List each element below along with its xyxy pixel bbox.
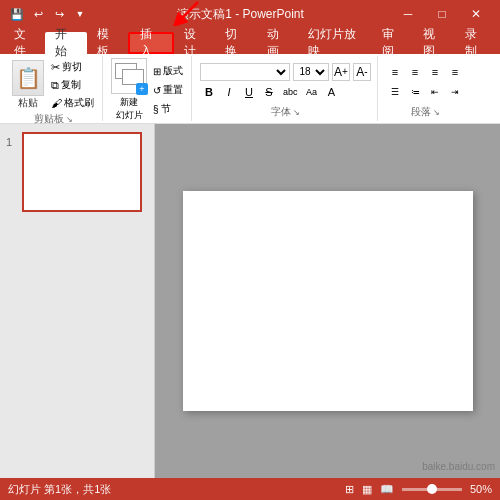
- customize-icon[interactable]: ▼: [71, 5, 89, 23]
- reset-label: 重置: [163, 83, 183, 97]
- clipboard-expand-icon[interactable]: ↘: [66, 115, 73, 124]
- title-bar: 💾 ↩ ↪ ▼ 演示文稿1 - PowerPoint ─ □ ✕: [0, 0, 500, 28]
- section-label: 节: [161, 102, 171, 116]
- paragraph-expand-icon[interactable]: ↘: [433, 108, 440, 117]
- justify-button[interactable]: ≡: [446, 63, 464, 81]
- slide-canvas[interactable]: [183, 191, 473, 411]
- view-normal-icon[interactable]: ⊞: [345, 483, 354, 496]
- reset-icon: ↺: [153, 85, 161, 96]
- font-color-button[interactable]: A: [323, 83, 341, 101]
- clipboard-content: 📋 粘贴 ✂ 剪切 ⧉ 复制 🖌 格式刷: [10, 58, 96, 112]
- tab-file[interactable]: 文件: [4, 32, 45, 54]
- slide-sub-buttons: ⊞ 版式 ↺ 重置 § 节: [151, 63, 185, 117]
- window-controls: ─ □ ✕: [392, 4, 492, 24]
- view-reading-icon[interactable]: 📖: [380, 483, 394, 496]
- paragraph-row-1: ≡ ≡ ≡ ≡: [386, 63, 464, 81]
- restore-button[interactable]: □: [426, 4, 458, 24]
- align-right-button[interactable]: ≡: [426, 63, 444, 81]
- paste-label: 粘贴: [18, 96, 38, 110]
- font-size-select[interactable]: 18: [293, 63, 329, 81]
- font-label-text: 字体: [271, 105, 291, 119]
- redo-icon[interactable]: ↪: [50, 5, 68, 23]
- font-content: 18 A+ A- B I U S abc Aa A: [200, 58, 371, 105]
- tab-record[interactable]: 录制: [455, 32, 496, 54]
- undo-icon[interactable]: ↩: [29, 5, 47, 23]
- italic-button[interactable]: I: [220, 83, 238, 101]
- tab-view[interactable]: 视图: [413, 32, 454, 54]
- new-slide-label: 新建幻灯片: [116, 96, 143, 122]
- font-name-row: 18 A+ A-: [200, 63, 371, 81]
- zoom-thumb: [427, 484, 437, 494]
- slide-count-status: 幻灯片 第1张，共1张: [8, 482, 111, 497]
- tab-template[interactable]: 模板: [87, 32, 128, 54]
- text-shadow-button[interactable]: abc: [280, 83, 301, 101]
- ribbon-group-clipboard: 📋 粘贴 ✂ 剪切 ⧉ 复制 🖌 格式刷: [4, 56, 103, 121]
- copy-icon: ⧉: [51, 79, 59, 92]
- paragraph-label-text: 段落: [411, 105, 431, 119]
- save-icon[interactable]: 💾: [8, 5, 26, 23]
- indent-decrease-button[interactable]: ⇤: [426, 83, 444, 101]
- format-painter-icon: 🖌: [51, 97, 62, 109]
- tab-slideshow[interactable]: 幻灯片放映: [298, 32, 372, 54]
- format-painter-label: 格式刷: [64, 96, 94, 110]
- tab-design[interactable]: 设计: [174, 32, 215, 54]
- font-name-select[interactable]: [200, 63, 290, 81]
- cut-label: 剪切: [62, 60, 82, 74]
- section-button[interactable]: § 节: [151, 101, 185, 117]
- minimize-button[interactable]: ─: [392, 4, 424, 24]
- status-right: ⊞ ▦ 📖 50%: [345, 483, 492, 496]
- tab-review[interactable]: 审阅: [372, 32, 413, 54]
- layout-label: 版式: [163, 64, 183, 78]
- slide-number: 1: [6, 136, 18, 148]
- cut-icon: ✂: [51, 61, 60, 74]
- tab-transition[interactable]: 切换: [215, 32, 256, 54]
- slides-content: + 新建幻灯片 ⊞ 版式 ↺ 重置 § 节: [111, 58, 185, 122]
- tab-animation[interactable]: 动画: [257, 32, 298, 54]
- indent-increase-button[interactable]: ⇥: [446, 83, 464, 101]
- tab-home[interactable]: 开始: [45, 32, 86, 54]
- format-painter-button[interactable]: 🖌 格式刷: [49, 95, 96, 111]
- cut-button[interactable]: ✂ 剪切: [49, 59, 96, 75]
- underline-button[interactable]: U: [240, 83, 258, 101]
- paste-button[interactable]: 📋 粘贴: [10, 58, 46, 112]
- close-button[interactable]: ✕: [460, 4, 492, 24]
- ribbon-group-paragraph: ≡ ≡ ≡ ≡ ☰ ≔ ⇤ ⇥ 段落 ↘: [380, 56, 470, 121]
- paragraph-content: ≡ ≡ ≡ ≡ ☰ ≔ ⇤ ⇥: [386, 58, 464, 105]
- ribbon-tabs: 文件 开始 模板 插入 设计 切换 动画 幻灯片放映 审阅 视图 录制: [0, 28, 500, 54]
- main-area: 1: [0, 124, 500, 478]
- bold-button[interactable]: B: [200, 83, 218, 101]
- align-center-button[interactable]: ≡: [406, 63, 424, 81]
- reset-button[interactable]: ↺ 重置: [151, 82, 185, 98]
- list-bullet-button[interactable]: ☰: [386, 83, 404, 101]
- slide-list-item: 1: [6, 132, 148, 212]
- paragraph-group-label: 段落 ↘: [411, 105, 440, 119]
- layout-icon: ⊞: [153, 66, 161, 77]
- layout-button[interactable]: ⊞ 版式: [151, 63, 185, 79]
- editor-area: [155, 124, 500, 478]
- format-buttons-row: B I U S abc Aa A: [200, 83, 341, 101]
- add-badge: +: [136, 83, 148, 95]
- paragraph-row-2: ☰ ≔ ⇤ ⇥: [386, 83, 464, 101]
- char-spacing-button[interactable]: Aa: [303, 83, 321, 101]
- font-shrink-button[interactable]: A-: [353, 63, 371, 81]
- view-slide-icon[interactable]: ▦: [362, 483, 372, 496]
- ribbon-group-font: 18 A+ A- B I U S abc Aa A 字体 ↘: [194, 56, 378, 121]
- window-title: 演示文稿1 - PowerPoint: [89, 6, 392, 23]
- new-slide-icon: +: [111, 58, 147, 94]
- font-expand-icon[interactable]: ↘: [293, 108, 300, 117]
- slide-thumbnail[interactable]: [22, 132, 142, 212]
- new-slide-button[interactable]: + 新建幻灯片: [111, 58, 147, 122]
- copy-button[interactable]: ⧉ 复制: [49, 77, 96, 93]
- align-left-button[interactable]: ≡: [386, 63, 404, 81]
- slide-panel: 1: [0, 124, 155, 478]
- paste-icon: 📋: [12, 60, 44, 96]
- ribbon-group-slides: + 新建幻灯片 ⊞ 版式 ↺ 重置 § 节: [105, 56, 192, 121]
- zoom-slider[interactable]: [402, 488, 462, 491]
- ribbon-content: 📋 粘贴 ✂ 剪切 ⧉ 复制 🖌 格式刷: [0, 54, 500, 124]
- list-number-button[interactable]: ≔: [406, 83, 424, 101]
- tab-insert[interactable]: 插入: [128, 32, 173, 54]
- clipboard-sub: ✂ 剪切 ⧉ 复制 🖌 格式刷: [49, 59, 96, 111]
- strikethrough-button[interactable]: S: [260, 83, 278, 101]
- font-grow-button[interactable]: A+: [332, 63, 350, 81]
- font-group-label: 字体 ↘: [271, 105, 300, 119]
